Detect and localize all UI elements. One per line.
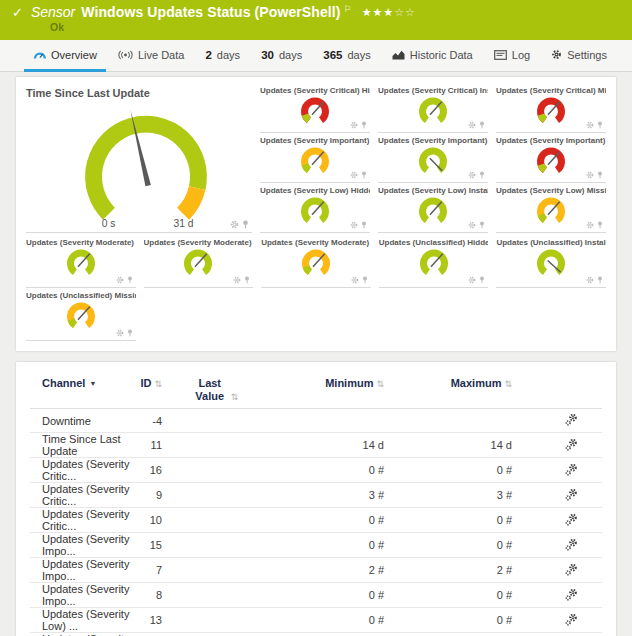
gauge-settings-icon[interactable] [230, 220, 239, 229]
pin-icon[interactable] [479, 171, 485, 179]
channel-gauge-tile[interactable]: Updates (Severity Moderate) ... [26, 235, 136, 288]
tab-overview[interactable]: Overview [24, 40, 106, 72]
gauge-settings-icon[interactable] [350, 121, 358, 129]
tab-historic-data[interactable]: Historic Data [383, 40, 482, 72]
channel-settings-icon[interactable] [565, 488, 578, 501]
channel-name[interactable]: Updates (Severity Low) ... [30, 633, 135, 636]
main-gauge-tile[interactable]: Time Since Last Update 0 s 31 d [26, 83, 252, 233]
channel-gauge-tile[interactable]: Updates (Severity Moderate) I... [144, 235, 254, 288]
gauge-settings-icon[interactable] [586, 276, 594, 284]
channel-maximum: 0 # [387, 508, 515, 533]
flag-icon[interactable]: ⚐ [344, 4, 352, 14]
channel-name[interactable]: Time Since Last Update [30, 433, 135, 458]
pin-icon[interactable] [127, 329, 133, 337]
gauge-settings-icon[interactable] [116, 276, 124, 284]
channel-settings-icon[interactable] [565, 563, 578, 576]
channel-gauge-tile[interactable]: Updates (Severity Critical) Hi... [260, 83, 370, 133]
channel-name[interactable]: Updates (Severity Critic... [30, 508, 135, 533]
tab-days[interactable]: 365 days [314, 40, 379, 72]
pin-icon[interactable] [361, 121, 367, 129]
channel-name[interactable]: Updates (Severity Critic... [30, 458, 135, 483]
gauge-settings-icon[interactable] [233, 276, 241, 284]
pin-icon[interactable] [479, 276, 485, 284]
gauge-settings-icon[interactable] [468, 221, 476, 229]
channel-name[interactable]: Downtime [30, 409, 135, 433]
gauge-settings-icon[interactable] [586, 221, 594, 229]
channel-settings-icon[interactable] [565, 463, 578, 476]
channel-settings-icon[interactable] [565, 513, 578, 526]
channel-gauge-tile[interactable]: Updates (Unclassified) Hidden [379, 235, 489, 288]
priority-stars[interactable]: ★★★☆☆ [362, 6, 416, 19]
channel-gauge-tile[interactable]: Updates (Severity Low) Hidden [260, 183, 370, 233]
log-icon [494, 50, 507, 60]
channel-gauge-tile[interactable]: Updates (Severity Moderate) ... [261, 235, 371, 288]
channel-table-panel: Channel▼ ID⇅ Last Value⇅ Minimum⇅ Maximu… [16, 362, 616, 636]
pin-icon[interactable] [242, 220, 249, 229]
historic-data-icon [392, 50, 405, 60]
channel-gauge-tile[interactable]: Updates (Severity Important) ... [496, 133, 606, 183]
channel-name[interactable]: Updates (Severity Impo... [30, 583, 135, 608]
pin-icon[interactable] [597, 121, 603, 129]
tab-days[interactable]: 2 days [196, 40, 249, 72]
pin-icon[interactable] [479, 221, 485, 229]
column-header-last-value[interactable]: Last Value⇅ [165, 371, 265, 409]
channel-settings-icon[interactable] [565, 438, 578, 451]
channel-gauge-tile[interactable]: Updates (Unclassified) Install... [496, 235, 606, 288]
column-header-minimum[interactable]: Minimum⇅ [265, 371, 387, 409]
gauge-settings-icon[interactable] [350, 221, 358, 229]
channel-name[interactable]: Updates (Severity Impo... [30, 533, 135, 558]
gauge-settings-icon[interactable] [586, 121, 594, 129]
pin-icon[interactable] [597, 221, 603, 229]
channel-id: 9 [135, 483, 165, 508]
tab-days[interactable]: 30 days [252, 40, 311, 72]
channel-gauge-tile[interactable]: Updates (Unclassified) Missing [26, 288, 136, 341]
column-header-channel[interactable]: Channel▼ [30, 371, 135, 409]
gauge-settings-icon[interactable] [350, 171, 358, 179]
tab-label: Overview [51, 49, 97, 61]
gauge-settings-icon[interactable] [468, 121, 476, 129]
gauge-title: Updates (Severity Important) ... [496, 136, 606, 145]
channel-gauge-tile[interactable]: Updates (Severity Critical) Ins... [378, 83, 488, 133]
channel-name[interactable]: Updates (Severity Critic... [30, 483, 135, 508]
channel-minimum: 2 # [265, 558, 387, 583]
channel-last-value [165, 409, 265, 433]
column-header-id[interactable]: ID⇅ [135, 371, 165, 409]
channel-gauge-tile[interactable]: Updates (Severity Important) ... [260, 133, 370, 183]
channel-name[interactable]: Updates (Severity Impo... [30, 558, 135, 583]
pin-icon[interactable] [362, 276, 368, 284]
tab-live-data[interactable]: Live Data [109, 40, 193, 72]
channel-settings-icon[interactable] [565, 538, 578, 551]
pin-icon[interactable] [597, 171, 603, 179]
pin-icon[interactable] [244, 276, 250, 284]
tab-label: Live Data [138, 49, 184, 61]
pin-icon[interactable] [597, 276, 603, 284]
gauge-settings-icon[interactable] [351, 276, 359, 284]
tab-log[interactable]: Log [485, 40, 539, 72]
gauge-settings-icon[interactable] [586, 171, 594, 179]
gauge-title: Updates (Severity Important) ... [378, 136, 488, 145]
pin-icon[interactable] [361, 171, 367, 179]
table-row: Updates (Severity Impo... 15 0 # 0 # [30, 533, 602, 558]
main-gauge-warn-arc [183, 188, 197, 214]
channel-gauge [292, 196, 338, 226]
gauge-settings-icon[interactable] [116, 329, 124, 337]
gauge-settings-icon[interactable] [468, 276, 476, 284]
stars-filled: ★★★ [362, 6, 395, 18]
gauge-settings-icon[interactable] [468, 171, 476, 179]
sort-icon: ⇅ [154, 379, 162, 389]
pin-icon[interactable] [361, 221, 367, 229]
channel-gauge-tile[interactable]: Updates (Severity Low) Install... [378, 183, 488, 233]
pin-icon[interactable] [127, 276, 133, 284]
sensor-kind-label: Sensor [31, 4, 75, 20]
pin-icon[interactable] [479, 121, 485, 129]
column-header-maximum[interactable]: Maximum⇅ [387, 371, 515, 409]
channel-gauge-tile[interactable]: Updates (Severity Low) Missi... [496, 183, 606, 233]
channel-settings-icon[interactable] [565, 613, 578, 626]
channel-gauge-tile[interactable]: Updates (Severity Critical) Mi... [496, 83, 606, 133]
tab-settings[interactable]: Settings [542, 40, 616, 72]
channel-settings-icon[interactable] [565, 413, 578, 426]
channel-maximum: 0 # [387, 633, 515, 636]
channel-name[interactable]: Updates (Severity Low) ... [30, 608, 135, 633]
channel-settings-icon[interactable] [565, 588, 578, 601]
channel-gauge-tile[interactable]: Updates (Severity Important) ... [378, 133, 488, 183]
